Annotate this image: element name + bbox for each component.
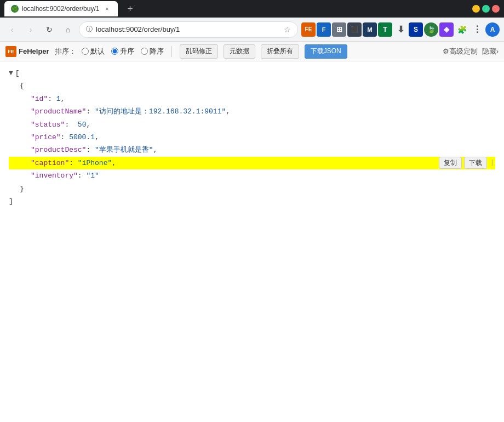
json-line-price: "price": 5000.1, xyxy=(9,131,495,144)
json-value-status: 50 xyxy=(78,118,87,131)
sort-asc-label: 升序 xyxy=(120,47,134,56)
ext-menu-icon[interactable]: ⋮ xyxy=(470,22,484,37)
download-json-button[interactable]: 下载JSON xyxy=(305,44,347,59)
profile-avatar[interactable]: A xyxy=(485,22,500,37)
sort-asc-option[interactable]: 升序 xyxy=(111,47,134,56)
json-line-productdesc: "productDesc": "苹果手机就是香", xyxy=(9,144,495,156)
json-key-productdesc: "productDesc" xyxy=(31,144,86,156)
address-box[interactable]: ⓘ localhost:9002/order/buy/1 ☆ xyxy=(79,21,298,38)
sort-asc-radio[interactable] xyxy=(111,48,118,55)
json-object-open-bracket: { xyxy=(20,79,24,92)
url-text: localhost:9002/order/buy/1 xyxy=(96,25,180,33)
copy-line-button[interactable]: 复制 xyxy=(439,157,462,169)
forward-button[interactable]: › xyxy=(23,22,38,37)
json-line-caption: "caption": "iPhone", 复制 下载 | xyxy=(9,157,495,169)
tab-favicon: 🌿 xyxy=(11,5,19,13)
ext-s-icon[interactable]: S xyxy=(409,22,423,37)
ext-dark-icon[interactable]: ⬛ xyxy=(347,22,362,37)
json-line-id: "id": 1, xyxy=(9,93,495,105)
fehelper-app-name: FeHelper xyxy=(19,47,49,55)
sort-desc-label: 降序 xyxy=(150,47,164,56)
fehelper-toolbar: FE FeHelper 排序： 默认 升序 降序 乱码修正 元数据 折叠所有 下… xyxy=(0,42,504,61)
sort-desc-radio[interactable] xyxy=(141,48,148,55)
json-line-object-close: } xyxy=(9,183,495,195)
extension-icons: FE F ⊞ ⬛ M T ⬇ S 🍃 ◈ 🧩 ⋮ A xyxy=(301,22,500,37)
home-button[interactable]: ⌂ xyxy=(60,22,76,37)
refresh-button[interactable]: ↻ xyxy=(42,22,57,37)
json-object-close-bracket: } xyxy=(20,183,24,195)
new-tab-button[interactable]: + xyxy=(122,1,138,16)
ext-m-icon[interactable]: M xyxy=(363,22,377,37)
maximize-button[interactable] xyxy=(482,5,490,13)
window-controls xyxy=(472,5,500,13)
fehelper-logo-icon: FE xyxy=(5,46,16,57)
line-actions-caption: 复制 下载 | xyxy=(439,157,495,169)
tab-close-button[interactable]: × xyxy=(102,4,111,13)
json-line-productname: "productName": "访问的地址是：192.168.32.1:9011… xyxy=(9,105,495,118)
json-content-area: ▼ [ { "id": 1, "productName": "访问的地址是：19… xyxy=(0,61,504,213)
ext-purple-icon[interactable]: ◈ xyxy=(439,22,454,37)
json-value-inventory: "1" xyxy=(86,169,99,182)
fehelper-right-actions: ⚙高级定制 隐藏› xyxy=(443,47,499,56)
json-line-object-open: { xyxy=(9,79,495,92)
json-line-status: "status": 50, xyxy=(9,118,495,131)
json-value-id: 1 xyxy=(56,93,61,105)
close-button[interactable] xyxy=(492,5,500,13)
titlebar-left: 🌿 localhost:9002/order/buy/1 × + xyxy=(4,1,138,16)
ext-blue-icon[interactable]: F xyxy=(317,22,331,37)
ext-puzzle-icon[interactable]: 🧩 xyxy=(455,22,469,37)
download-line-button[interactable]: 下载 xyxy=(464,157,487,169)
json-key-price: "price" xyxy=(31,131,61,144)
json-key-productname: "productName" xyxy=(31,105,86,118)
sort-default-label: 默认 xyxy=(90,47,105,56)
collapse-toggle[interactable]: ▼ xyxy=(9,67,13,79)
collapse-all-button[interactable]: 折叠所有 xyxy=(261,44,299,59)
ext-t-icon[interactable]: T xyxy=(378,22,392,37)
tab-title: localhost:9002/order/buy/1 xyxy=(22,5,99,13)
line-action-separator: | xyxy=(490,157,494,169)
sort-default-option[interactable]: 默认 xyxy=(82,47,105,56)
addressbar: ‹ › ↻ ⌂ ⓘ localhost:9002/order/buy/1 ☆ F… xyxy=(0,18,504,42)
sort-label: 排序： xyxy=(55,47,76,56)
lock-icon: ⓘ xyxy=(86,25,93,34)
json-line-array-open: ▼ [ xyxy=(9,67,495,79)
fehelper-logo: FE FeHelper xyxy=(5,46,49,57)
minimize-button[interactable] xyxy=(472,5,480,13)
fix-encoding-button[interactable]: 乱码修正 xyxy=(180,44,218,59)
ext-download-icon[interactable]: ⬇ xyxy=(393,22,408,37)
sort-default-radio[interactable] xyxy=(82,48,89,55)
ext-grid-icon[interactable]: ⊞ xyxy=(332,22,346,37)
browser-tab[interactable]: 🌿 localhost:9002/order/buy/1 × xyxy=(4,1,118,16)
sort-desc-option[interactable]: 降序 xyxy=(141,47,164,56)
json-line-inventory: "inventory": "1" xyxy=(9,169,495,182)
ext-leaf-icon[interactable]: 🍃 xyxy=(424,22,438,37)
separator-1 xyxy=(171,46,172,57)
json-value-productdesc: "苹果手机就是香" xyxy=(95,144,153,156)
json-value-productname: "访问的地址是：192.168.32.1:9011" xyxy=(95,105,226,118)
json-value-caption: "iPhone" xyxy=(78,157,112,169)
bookmark-star-icon[interactable]: ☆ xyxy=(284,25,291,34)
hide-panel-button[interactable]: 隐藏› xyxy=(482,47,499,56)
json-key-caption: "caption" xyxy=(31,157,69,169)
json-array-open-bracket: [ xyxy=(15,67,20,79)
advanced-settings-link[interactable]: ⚙高级定制 xyxy=(443,47,478,56)
json-line-array-close: ] xyxy=(9,195,495,208)
sort-radio-group: 默认 升序 降序 xyxy=(82,47,164,56)
raw-data-button[interactable]: 元数据 xyxy=(224,44,255,59)
json-value-price: 5000.1 xyxy=(69,131,95,144)
fehelper-extension-icon[interactable]: FE xyxy=(301,22,316,37)
titlebar: 🌿 localhost:9002/order/buy/1 × + xyxy=(0,0,504,18)
json-array-close-bracket: ] xyxy=(9,195,13,208)
json-key-status: "status" xyxy=(31,118,65,131)
json-key-inventory: "inventory" xyxy=(31,169,78,182)
back-button[interactable]: ‹ xyxy=(4,22,20,37)
json-key-id: "id" xyxy=(31,93,48,105)
